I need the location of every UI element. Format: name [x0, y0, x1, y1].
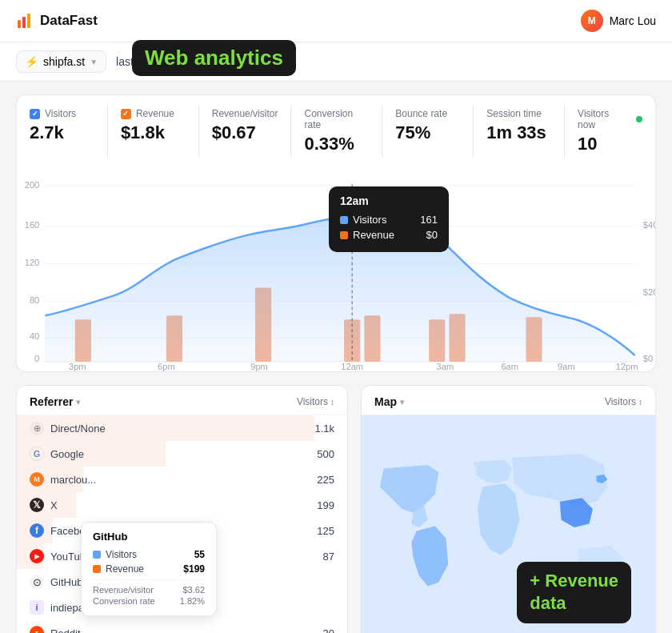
stat-session-value: 1m 33s [486, 122, 551, 143]
map-container[interactable]: + Revenuedata [362, 415, 655, 633]
annotation-revenue-data: + Revenuedata [517, 562, 631, 623]
ref-tooltip-rev-visitor: Revenue/visitor $3.62 [93, 585, 205, 595]
map-sort-icon[interactable]: ↕ [638, 398, 642, 407]
stat-rev-visitor-label: Revenue/visitor [212, 108, 278, 119]
map-col-label: Visitors ↕ [605, 396, 642, 407]
referrer-chevron-icon: ▾ [76, 398, 80, 407]
svg-text:6am: 6am [501, 362, 518, 371]
ref-tooltip-visitors-row: Visitors 55 [93, 549, 205, 560]
bottom-panels: Referrer ▾ Visitors ↕ ⊕ Direct/None 1.1k [16, 385, 656, 633]
referrer-count: 30 [323, 627, 334, 634]
logo-icon [16, 12, 34, 30]
visitors-checkbox[interactable]: ✓ [30, 109, 40, 119]
ref-visitors-dot-icon [93, 551, 101, 559]
referrer-panel-title[interactable]: Referrer ▾ [30, 395, 80, 408]
ref-tooltip-visitors-val: 55 [194, 549, 205, 560]
map-panel: Map ▾ Visitors ↕ [361, 385, 656, 633]
stat-conversion-label: Conversion rate [304, 108, 369, 130]
ref-revenue-dot-icon [93, 565, 101, 573]
list-item[interactable]: G Google 500 [17, 441, 347, 467]
stat-conversion: Conversion rate 0.33% [291, 105, 382, 158]
stat-visitors-now: Visitors now 10 [565, 105, 655, 158]
header: DataFast M Marc Lou [0, 0, 672, 42]
site-icon: ⚡ [25, 55, 38, 68]
tooltip-visitors-row: Visitors 161 [340, 214, 438, 226]
chart-container[interactable]: 200 160 120 80 40 0 $400 $200 $0 [16, 164, 656, 372]
revenue-dot-icon [340, 231, 348, 239]
referrer-panel-header: Referrer ▾ Visitors ↕ [17, 386, 347, 415]
referrer-count: 225 [317, 474, 334, 486]
ref-tooltip-revenue-label: Revenue [93, 563, 144, 575]
stat-bounce: Bounce rate 75% [382, 105, 474, 158]
tooltip-revenue-val: $0 [426, 229, 438, 241]
tooltip-visitors-val: 161 [420, 214, 438, 226]
stat-visitors-label: ✓ Visitors [30, 108, 94, 119]
referrer-name: Reddit [50, 627, 323, 634]
user-badge: M Marc Lou [581, 10, 656, 32]
referrer-tooltip: GitHub Visitors 55 Revenue $199 [81, 522, 217, 616]
svg-text:9am: 9am [558, 362, 575, 371]
stat-visitors-now-value: 10 [578, 134, 642, 154]
time-chevron-icon: ▼ [185, 58, 193, 66]
site-chevron-icon: ▼ [90, 58, 98, 66]
reddit-icon: r [30, 626, 44, 633]
map-panel-title[interactable]: Map ▾ [374, 395, 404, 408]
svg-text:3am: 3am [437, 362, 454, 371]
user-name: Marc Lou [610, 14, 656, 27]
ref-tooltip-visitors-label: Visitors [93, 549, 137, 560]
svg-rect-0 [18, 20, 21, 28]
svg-text:6pm: 6pm [158, 362, 175, 371]
stat-visitors: ✓ Visitors 2.7k [17, 105, 108, 158]
referrer-count: 1.1k [314, 423, 334, 435]
svg-text:0: 0 [34, 354, 39, 363]
ref-tooltip-revenue-val: $199 [183, 563, 205, 575]
chart-tooltip: 12am Visitors 161 Revenue $0 [329, 186, 449, 252]
tooltip-revenue-row: Revenue $0 [340, 229, 438, 241]
referrer-panel: Referrer ▾ Visitors ↕ ⊕ Direct/None 1.1k [16, 385, 348, 633]
list-item[interactable]: M marclou... 225 [17, 467, 347, 492]
list-item[interactable]: r Reddit 30 [17, 620, 347, 633]
stats-row: ✓ Visitors 2.7k ✓ Revenue $1.8k Revenue/… [16, 94, 656, 164]
stat-bounce-label: Bounce rate [395, 108, 460, 119]
referrer-col-label: Visitors ↕ [297, 396, 334, 407]
time-range-label: last 24 hours [116, 55, 180, 68]
tooltip-visitors-label: Visitors [340, 214, 386, 226]
live-dot [636, 116, 642, 122]
stat-visitors-now-label: Visitors now [578, 108, 642, 130]
map-chevron-icon: ▾ [400, 398, 404, 407]
visitors-dot-icon [340, 216, 348, 224]
stat-revenue-label: ✓ Revenue [121, 108, 186, 119]
stat-visitors-value: 2.7k [30, 122, 94, 143]
logo: DataFast [16, 12, 98, 30]
svg-text:9pm: 9pm [250, 362, 268, 371]
stat-session: Session time 1m 33s [474, 105, 565, 158]
time-selector[interactable]: last 24 hours ▼ [116, 55, 193, 68]
svg-text:40: 40 [30, 331, 39, 341]
svg-text:$200: $200 [643, 287, 655, 297]
revenue-checkbox[interactable]: ✓ [121, 109, 131, 119]
svg-rect-2 [27, 14, 30, 28]
referrer-name: Google [50, 448, 317, 460]
list-item[interactable]: 𝕏 X 199 [17, 492, 347, 518]
svg-text:120: 120 [25, 258, 40, 268]
referrer-name: Direct/None [50, 423, 314, 435]
ref-tooltip-title: GitHub [93, 531, 205, 543]
app-name: DataFast [40, 13, 98, 29]
site-selector[interactable]: ⚡ shipfa.st ▼ [16, 50, 106, 73]
referrer-count: 500 [317, 448, 334, 460]
svg-text:160: 160 [25, 220, 40, 230]
toolbar: ⚡ shipfa.st ▼ last 24 hours ▼ [0, 42, 672, 82]
tooltip-revenue-label: Revenue [340, 229, 394, 241]
svg-text:$400: $400 [643, 220, 655, 230]
referrer-count: 125 [317, 525, 334, 537]
indiepa-icon: i [30, 600, 44, 615]
avatar: M [581, 10, 603, 32]
stat-session-label: Session time [486, 108, 551, 119]
site-name: shipfa.st [43, 55, 85, 68]
sort-icon[interactable]: ↕ [330, 398, 334, 407]
referrer-count: 87 [323, 551, 334, 563]
list-item[interactable]: ⊕ Direct/None 1.1k [17, 415, 347, 441]
svg-text:12am: 12am [341, 362, 363, 371]
ref-tooltip-conv: Conversion rate 1.82% [93, 596, 205, 606]
svg-text:200: 200 [25, 180, 40, 190]
